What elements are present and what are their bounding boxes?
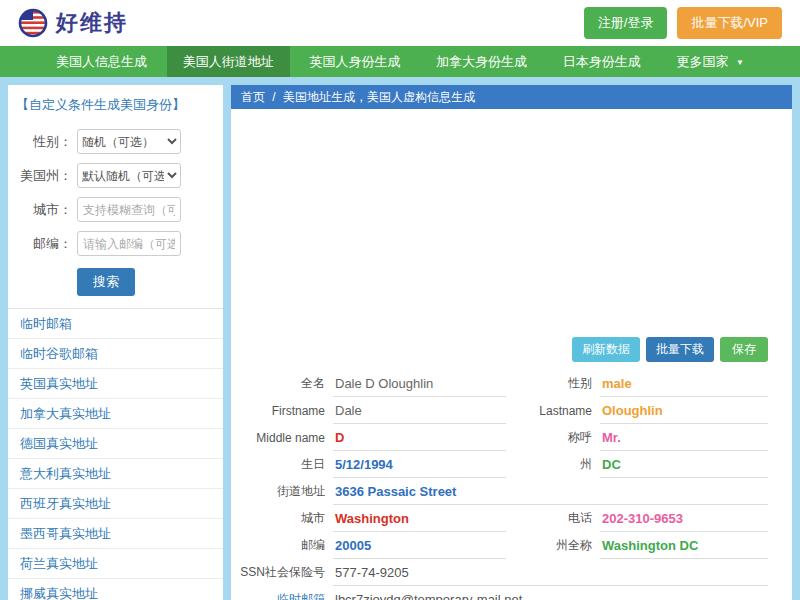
firstname-label: Firstname bbox=[239, 404, 333, 418]
field-row: Firstname Dale Lastname Oloughlin bbox=[231, 397, 792, 424]
nav-item-japan-identity[interactable]: 日本身份生成 bbox=[547, 46, 657, 77]
field-row: 城市 Washington 电话 202-310-9653 bbox=[231, 505, 792, 532]
breadcrumb: 首页 / 美国地址生成，美国人虚构信息生成 bbox=[231, 85, 792, 109]
state-fullname-value: Washington DC bbox=[600, 533, 768, 559]
middlename-value: D bbox=[333, 425, 506, 451]
field-row: 全名 Dale D Oloughlin 性别 male bbox=[231, 370, 792, 397]
main-nav: 美国人信息生成 美国人街道地址 英国人身份生成 加拿大身份生成 日本身份生成 更… bbox=[0, 46, 800, 77]
phone-label: 电话 bbox=[506, 510, 600, 527]
field-row: 临时邮箱 lbcr7zioydq@temporary-mail.net bbox=[231, 586, 792, 600]
register-login-button[interactable]: 注册/登录 bbox=[584, 7, 668, 39]
phone-value: 202-310-9653 bbox=[600, 506, 768, 532]
sidebar-link-temp-gmail[interactable]: 临时谷歌邮箱 bbox=[8, 339, 223, 369]
site-logo-text: 好维持 bbox=[56, 8, 128, 38]
flag-logo-icon bbox=[18, 8, 48, 38]
zip-input[interactable] bbox=[77, 231, 181, 256]
sidebar-link-norway-address[interactable]: 挪威真实地址 bbox=[8, 579, 223, 600]
zip-field-label: 邮编 bbox=[239, 537, 333, 554]
nav-item-us-info[interactable]: 美国人信息生成 bbox=[40, 46, 163, 77]
state-abbr-label: 州 bbox=[506, 456, 600, 473]
birthday-value: 5/12/1994 bbox=[333, 452, 506, 478]
gender-label: 性别： bbox=[8, 133, 72, 151]
sidebar-links: 临时邮箱 临时谷歌邮箱 英国真实地址 加拿大真实地址 德国真实地址 意大利真实地… bbox=[8, 308, 223, 600]
birthday-label: 生日 bbox=[239, 456, 333, 473]
lastname-value: Oloughlin bbox=[600, 398, 768, 424]
batch-download-vip-button[interactable]: 批量下载/VIP bbox=[677, 7, 782, 39]
nav-item-us-street-address[interactable]: 美国人街道地址 bbox=[167, 46, 290, 77]
save-button[interactable]: 保存 bbox=[720, 337, 768, 362]
state-abbr-value: DC bbox=[600, 452, 768, 478]
result-toolbar: 刷新数据 批量下载 保存 bbox=[231, 331, 792, 370]
field-row: 生日 5/12/1994 州 DC bbox=[231, 451, 792, 478]
zip-row: 邮编： bbox=[8, 231, 223, 256]
state-label: 美国州： bbox=[8, 167, 72, 185]
nav-item-canada-identity[interactable]: 加拿大身份生成 bbox=[420, 46, 543, 77]
zip-label: 邮编： bbox=[8, 235, 72, 253]
lastname-label: Lastname bbox=[506, 404, 600, 418]
identity-fields: 全名 Dale D Oloughlin 性别 male Firstname Da… bbox=[231, 370, 792, 600]
street-address-label: 街道地址 bbox=[239, 483, 333, 500]
sidebar-link-netherlands-address[interactable]: 荷兰真实地址 bbox=[8, 549, 223, 579]
top-header: 好维持 注册/登录 批量下载/VIP bbox=[0, 0, 800, 46]
temp-email-link-label[interactable]: 临时邮箱 bbox=[239, 591, 333, 600]
field-row: 街道地址 3636 Passaic Street bbox=[231, 478, 792, 505]
refresh-data-button[interactable]: 刷新数据 bbox=[572, 337, 640, 362]
temp-email-value: lbcr7zioydq@temporary-mail.net bbox=[333, 587, 768, 600]
city-field-label: 城市 bbox=[239, 510, 333, 527]
search-button[interactable]: 搜索 bbox=[77, 268, 135, 296]
firstname-value: Dale bbox=[333, 398, 506, 424]
nav-item-more-countries[interactable]: 更多国家 ▼ bbox=[660, 46, 760, 77]
gender-row: 性别： 随机（可选） bbox=[8, 129, 223, 154]
middlename-label: Middle name bbox=[239, 431, 333, 445]
city-label: 城市： bbox=[8, 201, 72, 219]
gender-field-value: male bbox=[600, 371, 768, 397]
field-row: 邮编 20005 州全称 Washington DC bbox=[231, 532, 792, 559]
city-field-value: Washington bbox=[333, 506, 506, 532]
breadcrumb-separator: / bbox=[272, 90, 275, 104]
main-panel: 首页 / 美国地址生成，美国人虚构信息生成 刷新数据 批量下载 保存 全名 Da… bbox=[231, 85, 792, 600]
gender-field-label: 性别 bbox=[506, 375, 600, 392]
nav-item-more-label: 更多国家 bbox=[676, 54, 728, 69]
fullname-value: Dale D Oloughlin bbox=[333, 371, 506, 397]
sidebar-link-mexico-address[interactable]: 墨西哥真实地址 bbox=[8, 519, 223, 549]
map-area bbox=[231, 109, 792, 331]
batch-download-button[interactable]: 批量下载 bbox=[646, 337, 714, 362]
field-row: SSN社会保险号 577-74-9205 bbox=[231, 559, 792, 586]
content-area: 【自定义条件生成美国身份】 性别： 随机（可选） 美国州： 默认随机（可选） 城… bbox=[0, 77, 800, 600]
ssn-label: SSN社会保险号 bbox=[239, 564, 333, 581]
chevron-down-icon: ▼ bbox=[736, 58, 744, 67]
city-input[interactable] bbox=[77, 197, 181, 222]
zip-field-value: 20005 bbox=[333, 533, 506, 559]
breadcrumb-home-link[interactable]: 首页 bbox=[241, 90, 265, 104]
ssn-value: 577-74-9205 bbox=[333, 560, 768, 586]
salutation-label: 称呼 bbox=[506, 429, 600, 446]
state-fullname-label: 州全称 bbox=[506, 537, 600, 554]
sidebar-link-italy-address[interactable]: 意大利真实地址 bbox=[8, 459, 223, 489]
sidebar-link-uk-address[interactable]: 英国真实地址 bbox=[8, 369, 223, 399]
breadcrumb-path: 美国地址生成，美国人虚构信息生成 bbox=[283, 90, 475, 104]
street-address-value: 3636 Passaic Street bbox=[333, 479, 768, 505]
city-row: 城市： bbox=[8, 197, 223, 222]
sidebar-title: 【自定义条件生成美国身份】 bbox=[8, 85, 223, 127]
sidebar-link-canada-address[interactable]: 加拿大真实地址 bbox=[8, 399, 223, 429]
fullname-label: 全名 bbox=[239, 375, 333, 392]
gender-select[interactable]: 随机（可选） bbox=[77, 129, 181, 154]
sidebar: 【自定义条件生成美国身份】 性别： 随机（可选） 美国州： 默认随机（可选） 城… bbox=[8, 85, 223, 600]
sidebar-link-germany-address[interactable]: 德国真实地址 bbox=[8, 429, 223, 459]
sidebar-link-spain-address[interactable]: 西班牙真实地址 bbox=[8, 489, 223, 519]
sidebar-link-temp-mail[interactable]: 临时邮箱 bbox=[8, 309, 223, 339]
field-row: Middle name D 称呼 Mr. bbox=[231, 424, 792, 451]
top-actions: 注册/登录 批量下载/VIP bbox=[584, 7, 782, 39]
nav-item-uk-identity[interactable]: 英国人身份生成 bbox=[293, 46, 416, 77]
brand[interactable]: 好维持 bbox=[18, 8, 128, 38]
salutation-value: Mr. bbox=[600, 425, 768, 451]
state-row: 美国州： 默认随机（可选） bbox=[8, 163, 223, 188]
state-select[interactable]: 默认随机（可选） bbox=[77, 163, 181, 188]
search-form: 性别： 随机（可选） 美国州： 默认随机（可选） 城市： 邮编： 搜索 bbox=[8, 127, 223, 308]
